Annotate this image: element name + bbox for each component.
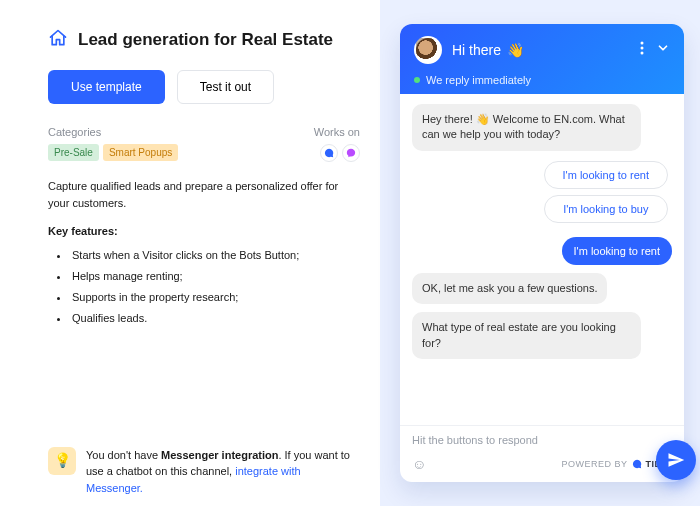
online-status-icon — [414, 77, 420, 83]
works-on-label: Works on — [314, 126, 360, 138]
template-description: Capture qualified leads and prepare a pe… — [48, 178, 360, 211]
more-icon[interactable] — [640, 41, 644, 59]
chat-widget: Hi there 👋 — [400, 24, 684, 482]
bot-message: OK, let me ask you a few questions. — [412, 273, 607, 304]
tip-text: You don't have — [86, 449, 161, 461]
page-title: Lead generation for Real Estate — [78, 30, 333, 50]
tag-smart-popups[interactable]: Smart Popups — [103, 144, 178, 161]
messenger-channel-icon — [342, 144, 360, 162]
list-item: Starts when a Visitor clicks on the Bots… — [70, 245, 360, 266]
use-template-button[interactable]: Use template — [48, 70, 165, 104]
user-message: I'm looking to rent — [562, 237, 672, 265]
emoji-icon[interactable]: ☺ — [412, 456, 427, 472]
chat-subtitle: We reply immediately — [426, 74, 531, 86]
page-header: Lead generation for Real Estate — [48, 28, 360, 52]
list-item: Qualifies leads. — [70, 308, 360, 329]
tag-presale[interactable]: Pre-Sale — [48, 144, 99, 161]
tip-bold: Messenger integration — [161, 449, 278, 461]
categories-label: Categories — [48, 126, 178, 138]
key-features-title: Key features: — [48, 225, 360, 237]
bot-message: What type of real estate are you looking… — [412, 312, 641, 359]
bot-message: Hey there! 👋 Welcome to EN.com. What can… — [412, 104, 641, 151]
messenger-tip: 💡 You don't have Messenger integration. … — [48, 437, 360, 497]
svg-point-0 — [641, 42, 644, 45]
powered-by-label: POWERED BY — [561, 459, 627, 469]
tidio-logo-icon — [632, 459, 642, 469]
lightbulb-icon: 💡 — [48, 447, 76, 475]
reply-option-buy[interactable]: I'm looking to buy — [544, 195, 668, 223]
chevron-down-icon[interactable] — [656, 41, 670, 59]
wave-icon: 👋 — [507, 42, 524, 58]
avatar — [414, 36, 442, 64]
chat-greeting: Hi there — [452, 42, 501, 58]
list-item: Supports in the property research; — [70, 287, 360, 308]
home-icon — [48, 28, 68, 52]
list-item: Helps manage renting; — [70, 266, 360, 287]
svg-point-1 — [641, 47, 644, 50]
svg-point-2 — [641, 52, 644, 55]
chat-channel-icon — [320, 144, 338, 162]
test-it-out-button[interactable]: Test it out — [177, 70, 274, 104]
chat-input[interactable]: Hit the buttons to respond — [400, 425, 684, 452]
send-button[interactable] — [656, 440, 696, 480]
features-list: Starts when a Visitor clicks on the Bots… — [48, 245, 360, 329]
reply-option-rent[interactable]: I'm looking to rent — [544, 161, 668, 189]
